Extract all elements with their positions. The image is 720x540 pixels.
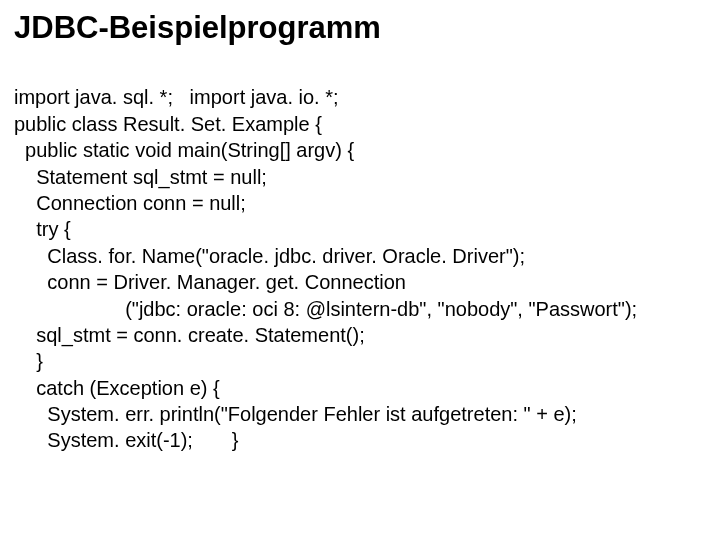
code-line: System. exit(-1); } [14, 429, 239, 451]
code-line: Class. for. Name("oracle. jdbc. driver. … [14, 245, 525, 267]
slide-title: JDBC-Beispielprogramm [14, 10, 706, 46]
code-line: Connection conn = null; [14, 192, 246, 214]
code-line: public static void main(String[] argv) { [14, 139, 354, 161]
code-line: System. err. println("Folgender Fehler i… [14, 403, 577, 425]
code-line: ("jdbc: oracle: oci 8: @lsintern-db", "n… [14, 298, 637, 320]
code-line: catch (Exception e) { [14, 377, 220, 399]
code-block: import java. sql. *; import java. io. *;… [14, 58, 706, 454]
code-line: public class Result. Set. Example { [14, 113, 322, 135]
code-line: conn = Driver. Manager. get. Connection [14, 271, 406, 293]
code-line: sql_stmt = conn. create. Statement(); [14, 324, 365, 346]
code-line: Statement sql_stmt = null; [14, 166, 267, 188]
code-line: import java. sql. *; import java. io. *; [14, 86, 339, 108]
slide: JDBC-Beispielprogramm import java. sql. … [0, 0, 720, 454]
code-line: try { [14, 218, 71, 240]
code-line: } [14, 350, 43, 372]
